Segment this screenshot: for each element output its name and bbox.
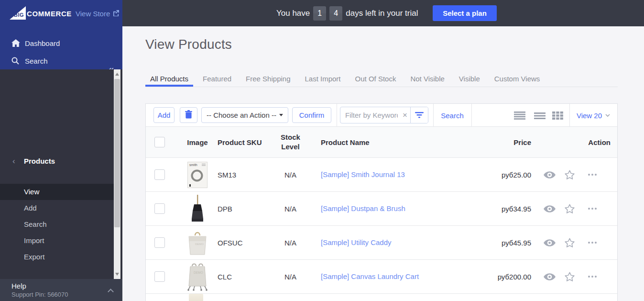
- view-store-label: View Store: [76, 10, 110, 18]
- product-price: руб34.95: [472, 205, 531, 213]
- featured-star-icon[interactable]: [564, 169, 575, 180]
- trial-prefix: You have: [276, 9, 310, 18]
- tab-custom-views[interactable]: Custom Views: [490, 71, 545, 87]
- page-size-dropdown[interactable]: View 20: [569, 104, 617, 127]
- bigcommerce-admin: BIG COMMERCE View Store You have 1 4 day…: [0, 0, 644, 301]
- table-row: smith SM13 N/A [Sample] Smith Journal 13…: [146, 157, 617, 191]
- more-actions-icon[interactable]: [584, 276, 601, 278]
- select-a-plan-button[interactable]: Select a plan: [433, 5, 497, 21]
- advanced-filter-button[interactable]: [411, 107, 428, 123]
- add-product-button[interactable]: Add: [153, 107, 175, 123]
- tab-visible[interactable]: Visible: [454, 71, 485, 87]
- more-actions-icon[interactable]: [584, 208, 601, 210]
- choose-action-select[interactable]: -- Choose an Action --: [201, 107, 288, 123]
- scrollbar-down-arrow-icon[interactable]: [115, 273, 119, 276]
- tab-out-of-stock[interactable]: Out Of Stock: [350, 71, 401, 87]
- product-name-link[interactable]: [Sample] Utility Caddy: [321, 238, 392, 246]
- product-sku: DPB: [218, 205, 268, 213]
- visibility-eye-icon[interactable]: [544, 171, 556, 178]
- sidebar-item-search[interactable]: Search: [0, 53, 122, 69]
- column-header-stock-level: Stock Level: [268, 133, 313, 152]
- search-products-link[interactable]: Search: [433, 104, 471, 127]
- tab-last-import[interactable]: Last Import: [300, 71, 346, 87]
- sidebar-item-export[interactable]: Export: [0, 249, 114, 265]
- column-header-sku: Product SKU: [218, 138, 268, 146]
- product-thumbnail[interactable]: DEMO: [177, 262, 218, 291]
- topbar-brand-area: BIG COMMERCE View Store: [0, 0, 122, 26]
- trial-digit-tile: 4: [329, 6, 342, 21]
- product-price: руб45.95: [472, 239, 531, 247]
- tab-all-products[interactable]: All Products: [145, 71, 193, 87]
- product-name-link[interactable]: [Sample] Smith Journal 13: [321, 170, 405, 178]
- scrollbar-up-arrow-icon[interactable]: [115, 73, 119, 76]
- sidebar-help-panel[interactable]: Help Support Pin: 566070: [0, 279, 122, 301]
- clear-filter-icon[interactable]: ×: [400, 111, 410, 120]
- sidebar-item-view[interactable]: View: [0, 184, 114, 200]
- table-row-partial: [146, 293, 617, 301]
- products-panel: Add -- Choose an Action -- Confirm ×: [145, 103, 618, 301]
- featured-star-icon[interactable]: [564, 203, 575, 214]
- stock-level: N/A: [268, 171, 313, 179]
- action-select-value: -- Choose an Action --: [207, 111, 276, 119]
- row-checkbox[interactable]: [154, 203, 165, 214]
- table-row: DEMO CLC N/A [Sample] Canvas Laundry Car…: [146, 259, 617, 293]
- sidebar-section-products[interactable]: ‹ Products: [0, 153, 114, 169]
- grid-view-icon[interactable]: [552, 111, 563, 120]
- select-caret-icon: [279, 114, 283, 116]
- column-header-action: Action: [531, 138, 617, 146]
- table-row: DEMO OFSUC N/A [Sample] Utility Caddy ру…: [146, 225, 617, 259]
- stock-level: N/A: [268, 273, 313, 281]
- filter-keyword-input[interactable]: [340, 111, 400, 119]
- product-sku: CLC: [218, 273, 268, 281]
- product-thumbnail[interactable]: [177, 195, 218, 223]
- section-title-label: Products: [24, 153, 55, 169]
- sidebar-item-dashboard[interactable]: Dashboard: [0, 35, 122, 51]
- sidebar-item-add[interactable]: Add: [0, 200, 114, 216]
- visibility-eye-icon[interactable]: [544, 205, 556, 212]
- featured-star-icon[interactable]: [564, 237, 575, 248]
- product-thumbnail[interactable]: DEMO: [177, 230, 218, 256]
- chevron-up-icon[interactable]: [108, 289, 114, 295]
- tab-not-visible[interactable]: Not Visible: [405, 71, 449, 87]
- dense-list-view-icon[interactable]: [514, 111, 525, 120]
- page-title: View Products: [145, 37, 232, 52]
- page-size-label: View 20: [577, 111, 602, 120]
- svg-text:DEMO: DEMO: [195, 243, 204, 245]
- product-thumbnail[interactable]: smith: [177, 162, 218, 188]
- delete-button[interactable]: [180, 107, 197, 123]
- more-actions-icon[interactable]: [584, 174, 601, 176]
- visibility-eye-icon[interactable]: [544, 273, 556, 280]
- product-price: руб25.00: [472, 171, 531, 179]
- logo-sail-icon: BIG: [10, 6, 26, 20]
- help-title[interactable]: Help: [11, 282, 26, 290]
- sidebar-item-import[interactable]: Import: [0, 233, 114, 249]
- sidebar-scrollbar[interactable]: [114, 69, 120, 279]
- list-view-icon[interactable]: [534, 112, 546, 119]
- bigcommerce-logo[interactable]: BIG COMMERCE: [10, 6, 72, 20]
- product-sku: OFSUC: [218, 239, 268, 247]
- product-sku: SM13: [218, 171, 268, 179]
- home-icon: [11, 39, 20, 47]
- column-header-price: Price: [472, 138, 531, 146]
- select-all-checkbox[interactable]: [154, 137, 165, 147]
- visibility-eye-icon[interactable]: [544, 239, 556, 246]
- tab-free-shipping[interactable]: Free Shipping: [241, 71, 295, 87]
- confirm-button[interactable]: Confirm: [292, 107, 331, 123]
- logo-commerce-text: COMMERCE: [27, 10, 72, 18]
- product-name-link[interactable]: [Sample] Dustpan & Brush: [321, 204, 405, 212]
- sidebar-top-section: Dashboard Search «: [0, 26, 122, 69]
- row-checkbox[interactable]: [154, 169, 165, 180]
- view-store-link[interactable]: View Store: [76, 10, 119, 18]
- row-checkbox[interactable]: [154, 237, 165, 248]
- sidebar-item-search-products[interactable]: Search: [0, 216, 114, 233]
- row-checkbox[interactable]: [154, 271, 165, 282]
- trial-countdown: You have 1 4 days left in your trial: [276, 0, 418, 26]
- product-name-link[interactable]: [Sample] Canvas Laundry Cart: [321, 272, 419, 280]
- featured-star-icon[interactable]: [564, 271, 575, 282]
- logo-big-text: BIG: [14, 12, 24, 18]
- tab-featured[interactable]: Featured: [198, 71, 236, 87]
- more-actions-icon[interactable]: [584, 242, 601, 244]
- scrollbar-thumb[interactable]: [114, 79, 120, 227]
- support-pin: Support Pin: 566070: [11, 291, 68, 298]
- topbar-trial-area: You have 1 4 days left in your trial Sel…: [122, 0, 644, 26]
